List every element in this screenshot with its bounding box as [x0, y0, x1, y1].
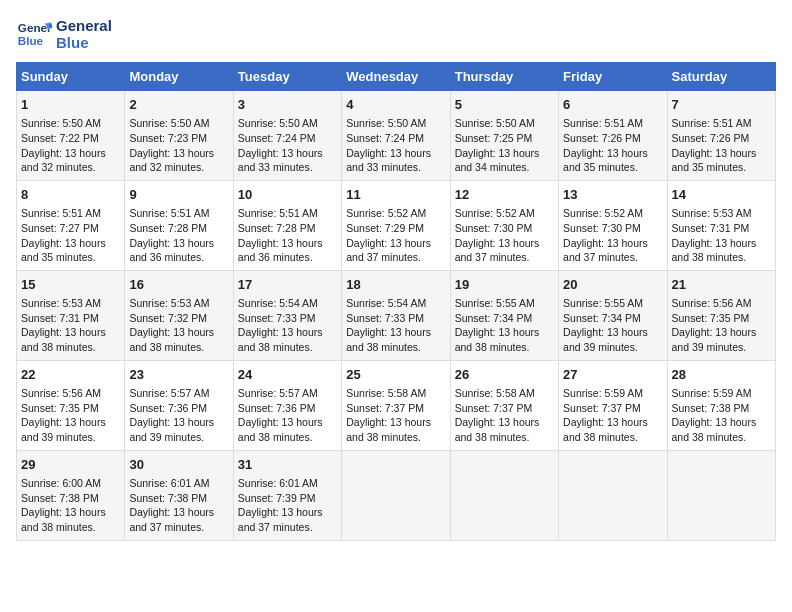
daylight-minutes: and 38 minutes.	[672, 431, 747, 443]
daylight-text: Daylight: 13 hours	[346, 326, 431, 338]
daylight-text: Daylight: 13 hours	[563, 237, 648, 249]
daylight-minutes: and 38 minutes.	[455, 431, 530, 443]
daylight-minutes: and 39 minutes.	[672, 341, 747, 353]
sunrise-text: Sunrise: 5:54 AM	[238, 297, 318, 309]
daylight-minutes: and 39 minutes.	[21, 431, 96, 443]
calendar-week-row: 22Sunrise: 5:56 AMSunset: 7:35 PMDayligh…	[17, 360, 776, 450]
calendar-cell: 13Sunrise: 5:52 AMSunset: 7:30 PMDayligh…	[559, 180, 667, 270]
sunset-text: Sunset: 7:24 PM	[346, 132, 424, 144]
calendar-header-row: SundayMondayTuesdayWednesdayThursdayFrid…	[17, 63, 776, 91]
daylight-text: Daylight: 13 hours	[563, 326, 648, 338]
day-number: 21	[672, 276, 771, 294]
calendar-cell: 20Sunrise: 5:55 AMSunset: 7:34 PMDayligh…	[559, 270, 667, 360]
daylight-minutes: and 38 minutes.	[672, 251, 747, 263]
sunset-text: Sunset: 7:38 PM	[21, 492, 99, 504]
day-number: 9	[129, 186, 228, 204]
sunrise-text: Sunrise: 5:53 AM	[672, 207, 752, 219]
calendar-cell: 5Sunrise: 5:50 AMSunset: 7:25 PMDaylight…	[450, 91, 558, 181]
calendar-cell: 14Sunrise: 5:53 AMSunset: 7:31 PMDayligh…	[667, 180, 775, 270]
daylight-minutes: and 38 minutes.	[129, 341, 204, 353]
sunrise-text: Sunrise: 5:51 AM	[563, 117, 643, 129]
sunrise-text: Sunrise: 5:52 AM	[346, 207, 426, 219]
calendar-cell: 31Sunrise: 6:01 AMSunset: 7:39 PMDayligh…	[233, 450, 341, 540]
daylight-text: Daylight: 13 hours	[21, 416, 106, 428]
logo-general: General	[56, 17, 112, 34]
sunset-text: Sunset: 7:30 PM	[455, 222, 533, 234]
daylight-text: Daylight: 13 hours	[346, 147, 431, 159]
header-wednesday: Wednesday	[342, 63, 450, 91]
sunset-text: Sunset: 7:26 PM	[672, 132, 750, 144]
day-number: 4	[346, 96, 445, 114]
sunset-text: Sunset: 7:38 PM	[672, 402, 750, 414]
sunrise-text: Sunrise: 5:57 AM	[238, 387, 318, 399]
sunrise-text: Sunrise: 5:53 AM	[129, 297, 209, 309]
calendar-week-row: 1Sunrise: 5:50 AMSunset: 7:22 PMDaylight…	[17, 91, 776, 181]
calendar-cell: 28Sunrise: 5:59 AMSunset: 7:38 PMDayligh…	[667, 360, 775, 450]
daylight-minutes: and 37 minutes.	[129, 521, 204, 533]
sunrise-text: Sunrise: 5:55 AM	[563, 297, 643, 309]
header-friday: Friday	[559, 63, 667, 91]
day-number: 26	[455, 366, 554, 384]
sunset-text: Sunset: 7:35 PM	[672, 312, 750, 324]
sunrise-text: Sunrise: 5:56 AM	[21, 387, 101, 399]
day-number: 6	[563, 96, 662, 114]
daylight-minutes: and 37 minutes.	[455, 251, 530, 263]
sunset-text: Sunset: 7:35 PM	[21, 402, 99, 414]
header-thursday: Thursday	[450, 63, 558, 91]
sunrise-text: Sunrise: 5:59 AM	[672, 387, 752, 399]
calendar-cell	[559, 450, 667, 540]
daylight-text: Daylight: 13 hours	[129, 416, 214, 428]
day-number: 12	[455, 186, 554, 204]
daylight-minutes: and 33 minutes.	[238, 161, 313, 173]
daylight-text: Daylight: 13 hours	[346, 237, 431, 249]
daylight-text: Daylight: 13 hours	[238, 506, 323, 518]
sunrise-text: Sunrise: 6:01 AM	[238, 477, 318, 489]
daylight-text: Daylight: 13 hours	[129, 326, 214, 338]
sunrise-text: Sunrise: 5:59 AM	[563, 387, 643, 399]
daylight-minutes: and 33 minutes.	[346, 161, 421, 173]
calendar-cell: 11Sunrise: 5:52 AMSunset: 7:29 PMDayligh…	[342, 180, 450, 270]
day-number: 18	[346, 276, 445, 294]
daylight-minutes: and 38 minutes.	[238, 341, 313, 353]
sunset-text: Sunset: 7:23 PM	[129, 132, 207, 144]
sunset-text: Sunset: 7:37 PM	[563, 402, 641, 414]
sunset-text: Sunset: 7:24 PM	[238, 132, 316, 144]
daylight-minutes: and 37 minutes.	[238, 521, 313, 533]
daylight-text: Daylight: 13 hours	[563, 416, 648, 428]
day-number: 24	[238, 366, 337, 384]
day-number: 27	[563, 366, 662, 384]
daylight-text: Daylight: 13 hours	[21, 326, 106, 338]
calendar-cell: 6Sunrise: 5:51 AMSunset: 7:26 PMDaylight…	[559, 91, 667, 181]
day-number: 22	[21, 366, 120, 384]
calendar-cell: 3Sunrise: 5:50 AMSunset: 7:24 PMDaylight…	[233, 91, 341, 181]
day-number: 16	[129, 276, 228, 294]
logo-icon: General Blue	[16, 16, 52, 52]
daylight-minutes: and 37 minutes.	[346, 251, 421, 263]
sunrise-text: Sunrise: 5:55 AM	[455, 297, 535, 309]
sunrise-text: Sunrise: 5:50 AM	[455, 117, 535, 129]
header-sunday: Sunday	[17, 63, 125, 91]
sunset-text: Sunset: 7:28 PM	[129, 222, 207, 234]
day-number: 23	[129, 366, 228, 384]
calendar-cell: 26Sunrise: 5:58 AMSunset: 7:37 PMDayligh…	[450, 360, 558, 450]
calendar-table: SundayMondayTuesdayWednesdayThursdayFrid…	[16, 62, 776, 541]
daylight-minutes: and 38 minutes.	[238, 431, 313, 443]
calendar-cell: 15Sunrise: 5:53 AMSunset: 7:31 PMDayligh…	[17, 270, 125, 360]
daylight-minutes: and 34 minutes.	[455, 161, 530, 173]
sunset-text: Sunset: 7:39 PM	[238, 492, 316, 504]
daylight-minutes: and 39 minutes.	[563, 341, 638, 353]
daylight-text: Daylight: 13 hours	[672, 237, 757, 249]
daylight-text: Daylight: 13 hours	[563, 147, 648, 159]
sunrise-text: Sunrise: 5:57 AM	[129, 387, 209, 399]
daylight-minutes: and 35 minutes.	[563, 161, 638, 173]
calendar-cell: 29Sunrise: 6:00 AMSunset: 7:38 PMDayligh…	[17, 450, 125, 540]
calendar-week-row: 15Sunrise: 5:53 AMSunset: 7:31 PMDayligh…	[17, 270, 776, 360]
daylight-minutes: and 32 minutes.	[129, 161, 204, 173]
calendar-cell: 9Sunrise: 5:51 AMSunset: 7:28 PMDaylight…	[125, 180, 233, 270]
calendar-cell: 4Sunrise: 5:50 AMSunset: 7:24 PMDaylight…	[342, 91, 450, 181]
sunset-text: Sunset: 7:27 PM	[21, 222, 99, 234]
sunrise-text: Sunrise: 5:52 AM	[455, 207, 535, 219]
sunset-text: Sunset: 7:34 PM	[455, 312, 533, 324]
calendar-cell: 25Sunrise: 5:58 AMSunset: 7:37 PMDayligh…	[342, 360, 450, 450]
sunset-text: Sunset: 7:31 PM	[21, 312, 99, 324]
